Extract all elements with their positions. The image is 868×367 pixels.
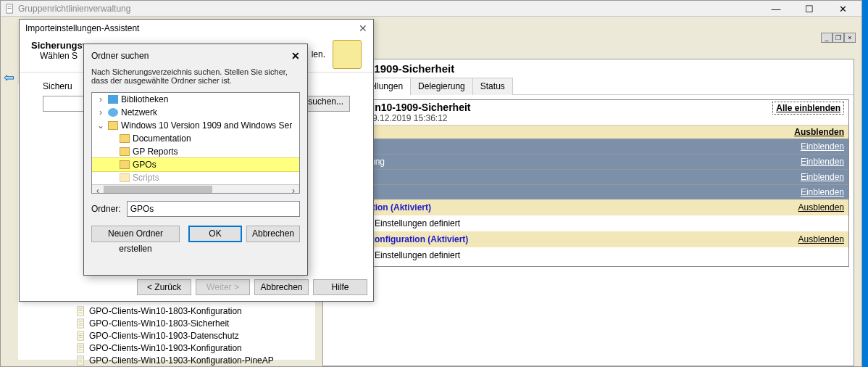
svg-rect-8	[79, 321, 83, 322]
doc-icon	[76, 331, 86, 341]
expand-all-link[interactable]: Alle einblenden	[772, 102, 844, 115]
collapse-link[interactable]: Ausblenden	[794, 127, 844, 137]
tree-node-label: Bibliotheken	[121, 94, 168, 104]
minimize-button[interactable]: —	[760, 2, 792, 17]
tree-item[interactable]: GPO-Clients-Win10-1803-Konfiguration	[18, 305, 315, 317]
svg-rect-20	[79, 358, 83, 359]
tree-node-label: Documentation	[133, 133, 191, 144]
tree-node-label: GP Reports	[133, 147, 178, 157]
arrow-left-icon: ⇦	[4, 70, 14, 85]
expand-icon[interactable]: ›	[96, 94, 105, 104]
svg-rect-12	[79, 334, 83, 334]
cancel-button[interactable]: Abbrechen	[246, 226, 300, 242]
svg-rect-17	[79, 347, 83, 348]
collapse-link[interactable]: Ausblenden	[798, 234, 844, 244]
expand-link[interactable]: Einblenden	[801, 141, 844, 152]
svg-rect-14	[79, 337, 83, 338]
app-title: Gruppenrichtlinienverwaltung	[18, 4, 130, 14]
tab-delegierung[interactable]: Delegierung	[410, 78, 473, 95]
svg-rect-5	[79, 310, 83, 311]
svg-rect-6	[79, 313, 83, 313]
folder-icon	[120, 160, 130, 169]
expand-link[interactable]: Einblenden	[801, 157, 844, 167]
settings-body: lients-Win10-1909-Sicherheit ittelt am: …	[327, 99, 849, 267]
app-titlebar: Gruppenrichtlinienverwaltung	[1, 1, 861, 17]
svg-rect-18	[79, 350, 83, 350]
nav-back-arrow[interactable]: ⇦	[4, 70, 14, 86]
tree-item-label: GPO-Clients-Win10-1903-Konfiguration	[89, 343, 242, 353]
browse-folder-dialog: Ordner suchen ✕ Nach Sicherungsverzeichn…	[83, 44, 308, 276]
tree-item-label: GPO-Clients-Win10-1903-Datenschutz	[89, 331, 239, 341]
tree-item-label: GPO-Clients-Win10-1803-Konfiguration	[89, 306, 242, 316]
wizard-close-button[interactable]: ✕	[359, 22, 367, 34]
collapse-link[interactable]: Ausblenden	[798, 202, 844, 213]
horizontal-scrollbar[interactable]: ‹ ›	[92, 184, 299, 194]
doc-icon	[76, 306, 86, 316]
svg-rect-1	[8, 6, 12, 7]
tree-item[interactable]: GPO-Clients-Win10-1803-Sicherheit	[18, 318, 315, 329]
svg-rect-16	[79, 346, 83, 347]
wizard-header-trailing: len.	[312, 49, 325, 59]
expand-link[interactable]: Einblenden	[801, 187, 844, 197]
tree-item[interactable]: GPO-Clients-Win10-1903-Konfiguration-Pin…	[18, 355, 315, 366]
tree-node-bibliotheken[interactable]: › Bibliotheken	[92, 93, 299, 106]
mdi-minimize[interactable]: _	[821, 33, 832, 43]
app-icon	[5, 4, 15, 14]
folder-icon	[120, 147, 130, 156]
wizard-titlebar: Importeinstellungen-Assistent ✕	[20, 20, 373, 37]
scroll-right-icon[interactable]: ›	[288, 186, 299, 194]
browse-instructions: Nach Sicherungsverzeichnis suchen. Stell…	[91, 67, 300, 85]
browse-close-button[interactable]: ✕	[291, 50, 300, 62]
network-icon	[108, 108, 118, 117]
tree-item-label: GPO-Clients-Win10-1903-Konfiguration-Pin…	[89, 355, 274, 366]
mdi-restore[interactable]: ❐	[832, 33, 844, 43]
tree-item-label: GPO-Clients-Win10-1803-Sicherheit	[89, 318, 229, 329]
ok-button[interactable]: OK	[188, 226, 242, 242]
doc-icon	[76, 318, 86, 329]
expand-link[interactable]: Einblenden	[801, 172, 844, 182]
expand-icon[interactable]: ›	[96, 107, 105, 117]
tree-node-label: Netzwerk	[121, 107, 157, 117]
tree-item[interactable]: GPO-Clients-Win10-1903-Datenschutz	[18, 330, 315, 342]
tree-node-label: Scripts	[133, 173, 159, 183]
next-button[interactable]: Weiter >	[196, 279, 250, 295]
tree-node-win10[interactable]: ⌄ Windows 10 Version 1909 and Windows Se…	[92, 119, 299, 132]
folder-icon	[120, 134, 130, 143]
scroll-left-icon[interactable]: ‹	[92, 186, 104, 194]
tree-node-label: GPOs	[133, 160, 157, 170]
folder-icon	[108, 121, 118, 130]
tree-node-netzwerk[interactable]: › Netzwerk	[92, 106, 299, 119]
cancel-button[interactable]: Abbrechen	[254, 279, 309, 295]
tree-node-label: Windows 10 Version 1909 and Windows Ser	[121, 120, 292, 131]
tree-node-scripts[interactable]: Scripts	[92, 171, 299, 184]
doc-icon	[76, 343, 86, 353]
mdi-controls: _ ❐ ×	[821, 33, 856, 43]
no-settings-text: Keine Einstellungen definiert	[328, 215, 848, 231]
svg-rect-21	[79, 360, 83, 360]
tree-item[interactable]: GPO-Clients-Win10-1903-Konfiguration	[18, 342, 315, 354]
tree-node-gpos[interactable]: GPOs	[92, 158, 299, 171]
back-button[interactable]: < Zurück	[137, 279, 191, 295]
close-button[interactable]: ✕	[827, 2, 859, 17]
svg-rect-22	[79, 362, 83, 363]
new-folder-button[interactable]: Neuen Ordner erstellen	[91, 226, 180, 242]
wizard-title-text: Importeinstellungen-Assistent	[25, 23, 139, 33]
maximize-button[interactable]: ☐	[793, 2, 825, 17]
svg-rect-13	[79, 335, 83, 336]
scroll-thumb[interactable]	[104, 186, 212, 194]
ordner-label: Ordner:	[91, 204, 121, 214]
svg-rect-9	[79, 323, 83, 323]
folder-tree[interactable]: › Bibliotheken › Netzwerk ⌄ Windows 10 V…	[91, 92, 300, 194]
mdi-close[interactable]: ×	[844, 33, 856, 43]
ordner-input[interactable]	[127, 201, 300, 217]
tree-node-documentation[interactable]: Documentation	[92, 132, 299, 145]
tab-status[interactable]: Status	[472, 78, 513, 95]
tree-node-gpreports[interactable]: GP Reports	[92, 145, 299, 158]
content-title: s-Win10-1909-Sicherheit	[323, 59, 854, 78]
no-settings-text: Keine Einstellungen definiert	[328, 247, 848, 263]
svg-rect-4	[79, 309, 83, 310]
folder-icon	[120, 173, 130, 182]
svg-rect-2	[8, 8, 12, 9]
help-button[interactable]: Hilfe	[313, 279, 367, 295]
collapse-icon[interactable]: ⌄	[96, 120, 105, 131]
